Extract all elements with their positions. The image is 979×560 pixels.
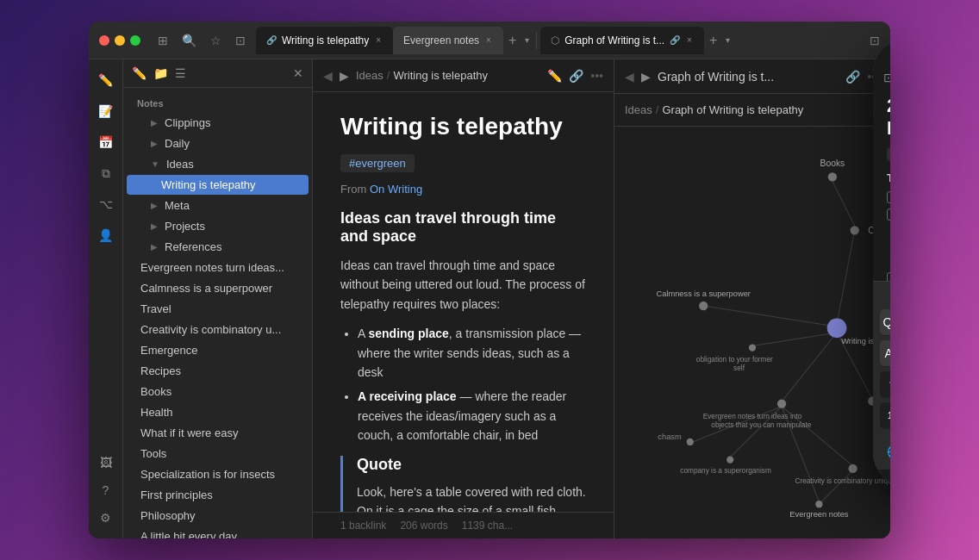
- maximize-button[interactable]: [130, 35, 140, 46]
- backlink-count[interactable]: 1 backlink: [340, 520, 386, 532]
- search-icon[interactable]: 🔍: [178, 32, 200, 49]
- tab-graph-writing[interactable]: ⬡ Graph of Writing is t... 🔗 ×: [540, 27, 704, 54]
- node-evergreen-notes[interactable]: [815, 501, 822, 507]
- sidebar-item-tools[interactable]: Tools: [127, 444, 309, 464]
- sidebar-label-tools: Tools: [140, 447, 166, 460]
- note-body-1: Ideas can travel through time and space …: [340, 256, 586, 314]
- compose-icon-btn[interactable]: ✏️: [92, 66, 120, 94]
- checkbox-ryokans[interactable]: [887, 272, 890, 281]
- node-creativity[interactable]: [848, 464, 857, 473]
- key-q[interactable]: Q: [880, 309, 890, 335]
- compose-icon[interactable]: ✏️: [132, 66, 147, 80]
- todo-item-schedule-flights[interactable]: Schedule flights: [887, 191, 890, 203]
- todo-sub-garrett[interactable]: Garrett: [887, 257, 890, 269]
- sidebar-item-creativity[interactable]: Creativity is combinatory u...: [127, 320, 309, 339]
- tab-chevron[interactable]: ▾: [521, 35, 533, 45]
- sidebar-item-projects[interactable]: ▶ Projects: [127, 216, 309, 236]
- nav-forward-icon[interactable]: ▶: [340, 69, 349, 83]
- node-evergreen-obj[interactable]: [777, 399, 786, 408]
- note-bullets: A sending place, a transmission place — …: [340, 324, 586, 445]
- todo-item-recommendations[interactable]: Ask for recommendations: [887, 208, 890, 221]
- node-on-writing[interactable]: [851, 226, 859, 234]
- node-writing-telepathy[interactable]: [827, 318, 847, 338]
- sidebar-item-meta[interactable]: ▶ Meta: [127, 196, 309, 215]
- tab-close-2[interactable]: ×: [484, 34, 493, 47]
- sidebar-item-clippings[interactable]: ▶ Clippings: [127, 113, 309, 133]
- note-tag[interactable]: #evergreen: [340, 154, 415, 172]
- settings-icon-btn[interactable]: ⚙: [92, 504, 120, 532]
- link-icon[interactable]: 🔗: [569, 69, 583, 83]
- breadcrumb-parent[interactable]: Ideas: [356, 69, 383, 82]
- tab-chevron-2[interactable]: ▾: [722, 35, 733, 45]
- sidebar-item-little-bit[interactable]: A little bit every day: [127, 526, 309, 538]
- notes-icon-btn[interactable]: 📝: [92, 97, 120, 125]
- calendar-icon-btn[interactable]: 📅: [92, 128, 120, 156]
- close-button[interactable]: [99, 35, 109, 46]
- key-a[interactable]: A: [880, 340, 890, 366]
- note-heading: Ideas can travel through time and space: [340, 209, 586, 246]
- iphone-tag-projects[interactable]: #projects: [887, 147, 890, 161]
- sidebar-item-calmness[interactable]: Calmness is a superpower: [127, 278, 309, 298]
- new-tab-button-1[interactable]: +: [503, 33, 521, 48]
- sidebar-item-evergreen[interactable]: Evergreen notes turn ideas...: [127, 258, 309, 277]
- graph-nav-forward-icon[interactable]: ▶: [641, 70, 651, 84]
- tab-close-3[interactable]: ×: [685, 34, 694, 47]
- sidebar-item-writing-is-telepathy[interactable]: Writing is telepathy: [127, 175, 309, 195]
- sidebar-item-references[interactable]: ▶ References: [127, 237, 309, 257]
- tab-writing-is-telepathy[interactable]: 🔗 Writing is telepathy ×: [256, 27, 393, 54]
- keyboard-row-qwerty: Q W E R T Y U I O P: [873, 306, 890, 337]
- minimize-button[interactable]: [115, 35, 125, 46]
- todo-sub-andrew[interactable]: Andrew: [887, 241, 890, 253]
- node-calmness[interactable]: [699, 302, 708, 310]
- key-shift[interactable]: ⇧: [880, 371, 890, 397]
- more-icon[interactable]: •••: [590, 69, 603, 83]
- new-tab-button-2[interactable]: +: [704, 33, 722, 48]
- split-view-icon[interactable]: ⊡: [870, 34, 880, 47]
- people-icon-btn[interactable]: 👤: [92, 221, 120, 249]
- todo-sub-keiko[interactable]: Keiko: [887, 226, 890, 238]
- sidebar-item-recipes[interactable]: Recipes: [127, 361, 309, 381]
- layers-icon-btn[interactable]: ⧉: [92, 159, 120, 187]
- graph-link-icon[interactable]: 🔗: [845, 70, 860, 84]
- node-books[interactable]: [828, 172, 837, 181]
- image-icon-btn[interactable]: 🖼: [92, 449, 120, 476]
- node-obligation[interactable]: [749, 344, 756, 351]
- iphone-layout-icon[interactable]: ⊡: [883, 71, 890, 84]
- node-company[interactable]: [726, 456, 733, 463]
- sidebar-item-daily[interactable]: ▶ Daily: [127, 134, 309, 153]
- star-icon[interactable]: ☆: [207, 32, 225, 49]
- list-icon[interactable]: ☰: [175, 66, 186, 80]
- iphone-overlay: 18:20 ▌▌▌ WiFi 🔋 ⊡ Projects / 2023 Japan…: [873, 59, 890, 487]
- sidebar-item-specialization[interactable]: Specialization is for insects: [127, 464, 309, 484]
- from-link[interactable]: On Writing: [370, 183, 422, 196]
- nav-back-icon[interactable]: ◀: [323, 69, 333, 83]
- todo-item-ryokans[interactable]: Research ryokans in [[Kyoto]]: [887, 272, 890, 281]
- checkbox-schedule-flights[interactable]: [887, 191, 890, 203]
- node-chasm[interactable]: [687, 439, 694, 445]
- tab-evergreen-notes[interactable]: Evergreen notes ×: [393, 27, 503, 54]
- key-123[interactable]: 123: [880, 402, 890, 428]
- iphone-note-title: 2023 Japan Trip Planning: [887, 95, 890, 140]
- edit-icon[interactable]: ✏️: [547, 69, 562, 83]
- graph-breadcrumb-parent[interactable]: Ideas: [625, 103, 652, 116]
- chevron-clippings: ▶: [151, 118, 158, 128]
- sidebar-toggle-icon[interactable]: ⊞: [154, 32, 171, 49]
- sidebar-item-books[interactable]: Books: [127, 382, 309, 401]
- checkbox-recommendations[interactable]: [887, 208, 890, 221]
- help-icon-btn[interactable]: ?: [92, 476, 120, 504]
- key-globe[interactable]: 🌐: [883, 439, 890, 464]
- sidebar-item-travel[interactable]: Travel: [127, 299, 309, 319]
- graph-nav-back-icon[interactable]: ◀: [625, 70, 634, 84]
- sidebar-item-what-if[interactable]: What if it were easy: [127, 423, 309, 443]
- sidebar-item-ideas[interactable]: ▼ Ideas: [127, 154, 309, 174]
- tab-link-icon-1: 🔗: [266, 35, 277, 45]
- folder-icon[interactable]: 📁: [153, 66, 168, 80]
- sidebar-item-emergence[interactable]: Emergence: [127, 340, 309, 360]
- sidebar-item-health[interactable]: Health: [127, 402, 309, 422]
- sidebar-close-icon[interactable]: ✕: [293, 66, 303, 80]
- code-icon-btn[interactable]: ⌥: [92, 190, 120, 218]
- sidebar-item-first-principles[interactable]: First principles: [127, 485, 309, 505]
- sidebar-item-philosophy[interactable]: Philosophy: [127, 506, 309, 526]
- tab-close-1[interactable]: ×: [374, 34, 383, 47]
- layout-icon[interactable]: ⊡: [232, 32, 249, 49]
